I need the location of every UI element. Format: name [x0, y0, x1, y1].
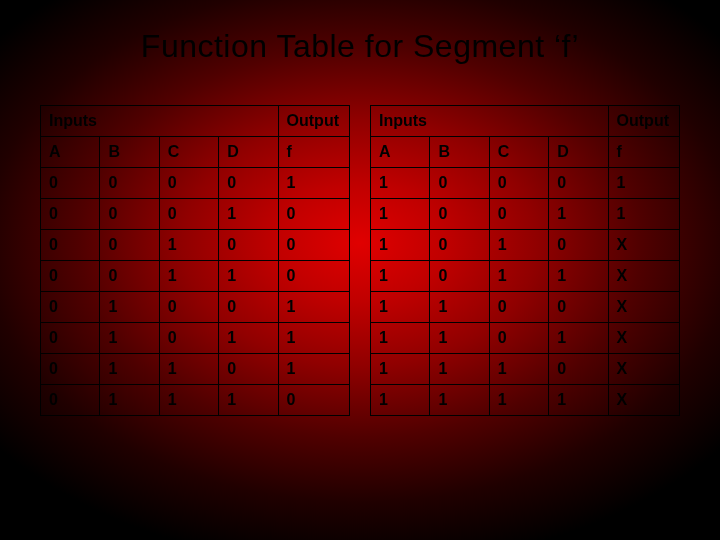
table-row: 0 1 0 0 1 [41, 292, 350, 323]
cell: X [608, 261, 679, 292]
cell: 1 [489, 230, 548, 261]
cell: 0 [219, 292, 278, 323]
cell: 0 [41, 168, 100, 199]
table-row: 0 1 1 1 0 [41, 385, 350, 416]
cell: 1 [371, 199, 430, 230]
table-row: 0 1 1 0 1 [41, 354, 350, 385]
cell: 1 [159, 261, 218, 292]
right-table: Inputs Output A B C D f 1 0 0 0 1 1 0 0 … [370, 105, 680, 416]
cell: 0 [278, 261, 349, 292]
cell: 1 [159, 354, 218, 385]
cell: 0 [100, 261, 159, 292]
col-header: B [430, 137, 489, 168]
page-title: Function Table for Segment ‘f’ [0, 0, 720, 105]
cell: 1 [371, 354, 430, 385]
col-header: B [100, 137, 159, 168]
left-table: Inputs Output A B C D f 0 0 0 0 1 0 0 0 … [40, 105, 350, 416]
cell: 0 [278, 230, 349, 261]
cell: X [608, 230, 679, 261]
cell: 0 [489, 199, 548, 230]
cell: 1 [278, 292, 349, 323]
table-row: 0 0 1 1 0 [41, 261, 350, 292]
col-header: D [549, 137, 608, 168]
cell: 1 [100, 385, 159, 416]
table-row: 1 0 0 1 1 [371, 199, 680, 230]
cell: 1 [371, 292, 430, 323]
table-row: 1 1 0 1 X [371, 323, 680, 354]
tables-container: Inputs Output A B C D f 0 0 0 0 1 0 0 0 … [0, 105, 720, 416]
cell: 1 [489, 261, 548, 292]
cell: 0 [159, 199, 218, 230]
cell: 0 [41, 292, 100, 323]
cell: 0 [489, 323, 548, 354]
cell: 1 [549, 385, 608, 416]
cell: 1 [608, 168, 679, 199]
col-header: C [159, 137, 218, 168]
col-header: f [278, 137, 349, 168]
cell: 0 [219, 354, 278, 385]
cell: 1 [371, 230, 430, 261]
cell: 1 [278, 354, 349, 385]
cell: 1 [371, 385, 430, 416]
cell: 1 [371, 261, 430, 292]
cell: 0 [100, 199, 159, 230]
col-header-row: A B C D f [371, 137, 680, 168]
cell: X [608, 292, 679, 323]
cell: 0 [549, 230, 608, 261]
cell: 1 [549, 261, 608, 292]
group-header-row: Inputs Output [371, 106, 680, 137]
cell: 0 [278, 385, 349, 416]
cell: 1 [278, 323, 349, 354]
table-row: 1 1 1 0 X [371, 354, 680, 385]
cell: 1 [100, 323, 159, 354]
cell: 0 [549, 292, 608, 323]
cell: 1 [100, 354, 159, 385]
cell: 0 [489, 292, 548, 323]
table-row: 0 0 0 1 0 [41, 199, 350, 230]
cell: 0 [159, 323, 218, 354]
inputs-header: Inputs [371, 106, 609, 137]
col-header-row: A B C D f [41, 137, 350, 168]
cell: 0 [41, 230, 100, 261]
cell: 1 [489, 385, 548, 416]
cell: 1 [430, 385, 489, 416]
table-row: 1 1 0 0 X [371, 292, 680, 323]
cell: 0 [489, 168, 548, 199]
cell: 0 [430, 199, 489, 230]
cell: 1 [100, 292, 159, 323]
cell: 0 [430, 230, 489, 261]
cell: 1 [278, 168, 349, 199]
table-row: 0 0 0 0 1 [41, 168, 350, 199]
cell: 0 [41, 385, 100, 416]
cell: 1 [549, 323, 608, 354]
cell: 0 [41, 199, 100, 230]
cell: 1 [219, 385, 278, 416]
cell: X [608, 385, 679, 416]
cell: X [608, 323, 679, 354]
cell: 0 [100, 230, 159, 261]
cell: 0 [159, 292, 218, 323]
cell: 0 [430, 168, 489, 199]
cell: 1 [219, 261, 278, 292]
cell: 0 [41, 354, 100, 385]
output-header: Output [278, 106, 349, 137]
cell: X [608, 354, 679, 385]
cell: 1 [219, 323, 278, 354]
inputs-header: Inputs [41, 106, 279, 137]
cell: 1 [430, 292, 489, 323]
cell: 0 [549, 168, 608, 199]
table-row: 0 0 1 0 0 [41, 230, 350, 261]
cell: 0 [100, 168, 159, 199]
cell: 0 [219, 168, 278, 199]
col-header: f [608, 137, 679, 168]
table-row: 1 0 1 1 X [371, 261, 680, 292]
col-header: C [489, 137, 548, 168]
cell: 1 [489, 354, 548, 385]
output-header: Output [608, 106, 679, 137]
cell: 1 [159, 230, 218, 261]
cell: 0 [41, 323, 100, 354]
cell: 0 [159, 168, 218, 199]
cell: 0 [278, 199, 349, 230]
col-header: D [219, 137, 278, 168]
table-row: 1 0 1 0 X [371, 230, 680, 261]
